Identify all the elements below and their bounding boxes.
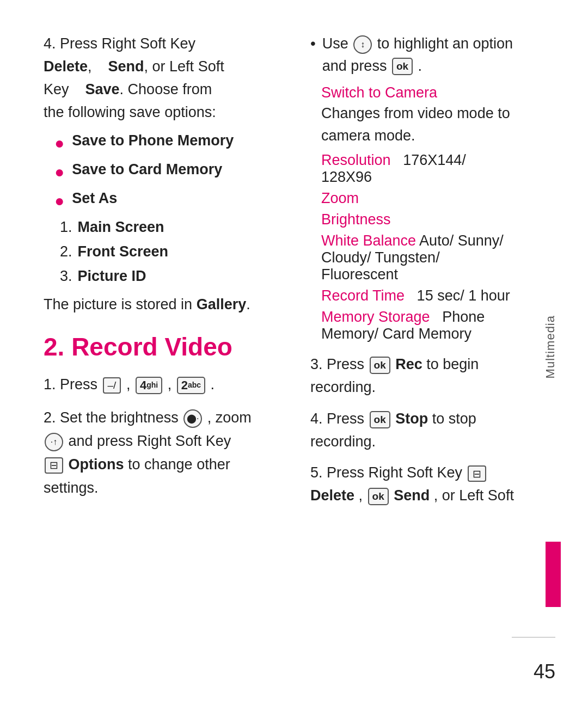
icon-ok-stop: ok: [370, 411, 390, 428]
numbered-item-3: 3. Picture ID: [60, 268, 272, 285]
step1-label: 1. Press: [44, 376, 102, 393]
save-label: Save: [85, 81, 120, 97]
icon-ok-rec: ok: [370, 357, 390, 374]
option-resolution: Resolution 176X144/ 128X96: [321, 152, 518, 186]
resolution-title: Resolution: [321, 152, 391, 168]
option-memory-storage: Memory Storage Phone Memory/ Card Memory: [321, 309, 518, 342]
gallery-note: The picture is stored in Gallery.: [44, 293, 272, 316]
icon-4ghi: 4 ghi: [136, 377, 162, 394]
page-number: 45: [534, 660, 555, 683]
icon-menu: –/: [103, 377, 121, 394]
page-num-text: 45: [534, 660, 555, 683]
step4-label: 4. Press Right Soft Key Delete, Send, or…: [44, 35, 224, 120]
numbered-item-1: 1. Main Screen: [60, 219, 272, 236]
icon-nav-right: ↕: [353, 35, 372, 54]
right-step3: 3. Press ok Rec to begin recording.: [310, 353, 518, 399]
num-1: 1.: [60, 219, 72, 236]
switch-camera-title: Switch to Camera: [321, 84, 518, 101]
icon-ok-intro: ok: [392, 58, 413, 75]
delete-step5: Delete: [310, 487, 354, 504]
record-time-title: Record Time: [321, 287, 405, 304]
front-screen: Front Screen: [78, 243, 169, 260]
brightness-title: Brightness: [321, 211, 391, 228]
step5-num: 5. Press Right Soft Key: [310, 464, 467, 481]
step4-intro: 4. Press Right Soft Key Delete, Send, or…: [44, 33, 272, 124]
send-step5: Send: [394, 487, 430, 504]
icon-softkey-step5: ⊟: [468, 465, 486, 482]
delete-label: Delete: [44, 58, 88, 75]
left-column: 4. Press Right Soft Key Delete, Send, or…: [44, 33, 283, 672]
gallery-bold: Gallery: [197, 296, 247, 312]
send-label: Send: [108, 58, 144, 75]
sidebar-tab: Multimedia: [540, 33, 561, 672]
numbered-list: 1. Main Screen 2. Front Screen 3. Pictur…: [44, 219, 272, 285]
num-2: 2.: [60, 243, 72, 260]
step3-num: 3. Press: [310, 356, 369, 372]
right-step5: 5. Press Right Soft Key ⊟ Delete , ok Se…: [310, 462, 518, 507]
bullet-phone-memory: ● Save to Phone Memory: [54, 132, 272, 154]
icon-options-btn: ⊟: [45, 457, 63, 474]
gallery-period: .: [246, 296, 250, 312]
switch-camera-desc: Changes from video mode to camera mode.: [321, 102, 518, 146]
right-column: • Use ↕ to highlight an option and press…: [305, 33, 518, 672]
option-record-time: Record Time 15 sec/ 1 hour: [321, 287, 518, 304]
icon-ok-step5: ok: [368, 488, 389, 505]
bullet-list: ● Save to Phone Memory ● Save to Card Me…: [54, 132, 272, 211]
option-zoom: Zoom: [321, 190, 518, 207]
bullet-dot-2: ●: [54, 161, 64, 182]
icon-2abc: 2 abc: [177, 377, 205, 394]
section-title: 2. Record Video: [44, 332, 272, 361]
sidebar-bar: [546, 542, 561, 607]
bullet-dot-1: ●: [54, 132, 64, 154]
bullet-card-memory: ● Save to Card Memory: [54, 161, 272, 182]
white-balance-title: White Balance: [321, 232, 416, 249]
icon-nav: ·↑: [45, 433, 63, 451]
option-white-balance: White Balance Auto/ Sunny/ Cloudy/ Tungs…: [321, 232, 518, 283]
resolution-values: [395, 152, 399, 168]
memory-storage-values: [434, 309, 438, 325]
sidebar-label: Multimedia: [543, 315, 558, 378]
picture-id: Picture ID: [78, 268, 146, 285]
num-3: 3.: [60, 268, 72, 285]
numbered-item-2: 2. Front Screen: [60, 243, 272, 260]
main-screen: Main Screen: [78, 219, 164, 236]
right-bullet-intro: • Use ↕ to highlight an option and press…: [310, 33, 518, 77]
record-time-vals: 15 sec/ 1 hour: [417, 287, 510, 304]
zoom-title: Zoom: [321, 190, 359, 206]
memory-storage-title: Memory Storage: [321, 309, 430, 325]
step2-label: 2. Set the brightness: [44, 409, 182, 426]
rec-label: Rec: [395, 356, 422, 372]
bullet-dot-right: •: [310, 33, 316, 54]
step4-num-r: 4. Press: [310, 410, 369, 427]
use-label: Use: [322, 35, 353, 52]
page-container: 4. Press Right Soft Key Delete, Send, or…: [0, 0, 588, 705]
step1: 1. Press –/ , 4 ghi , 2 abc .: [44, 373, 272, 396]
option-brightness: Brightness: [321, 211, 518, 228]
bullet-set-as: ● Set As: [54, 190, 272, 211]
right-step4: 4. Press ok Stop to stop recording.: [310, 408, 518, 453]
option-switch-camera: Switch to Camera Changes from video mode…: [321, 84, 518, 146]
main-content: 4. Press Right Soft Key Delete, Send, or…: [0, 0, 588, 705]
record-time-values: [409, 287, 413, 304]
step2: 2. Set the brightness ⬤· , zoom ·↑ and p…: [44, 406, 272, 500]
stop-label: Stop: [395, 410, 428, 427]
icon-brightness: ⬤·: [183, 409, 202, 428]
step-list: 1. Press –/ , 4 ghi , 2 abc . 2. Set the…: [44, 373, 272, 500]
phone-memory-text: Save to Phone Memory: [72, 132, 234, 149]
set-as-text: Set As: [72, 190, 117, 207]
card-memory-text: Save to Card Memory: [72, 161, 222, 178]
options-label: Options: [69, 456, 124, 473]
bullet-dot-3: ●: [54, 190, 64, 211]
right-steps: 3. Press ok Rec to begin recording. 4. P…: [310, 353, 518, 507]
gallery-note-pre: The picture is stored in: [44, 296, 192, 312]
